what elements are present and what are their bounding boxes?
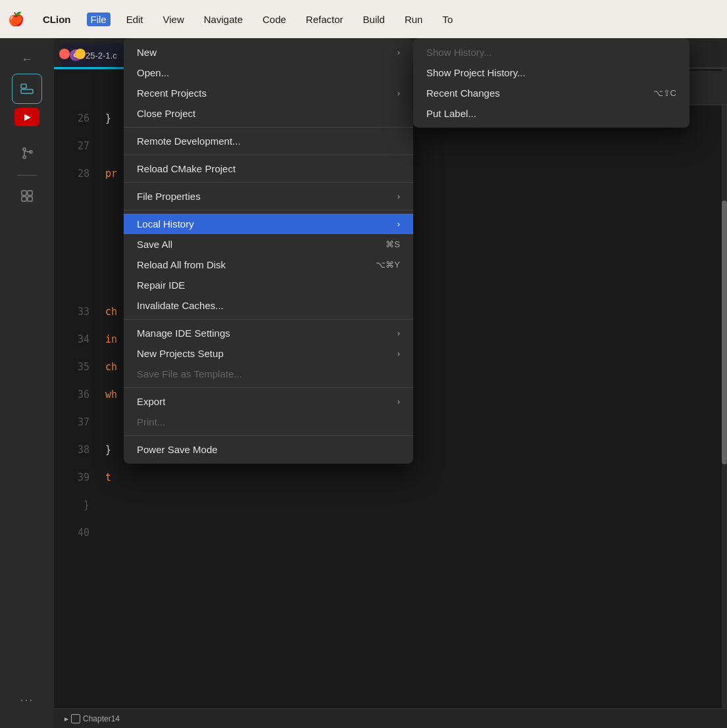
menu-local-history-arrow: ›	[397, 219, 400, 229]
menu-new-label: New	[137, 47, 157, 58]
menu-save-all-label: Save All	[137, 239, 172, 250]
tab-filename: 25-2-1.c	[86, 51, 117, 61]
menu-manage-ide-settings[interactable]: Manage IDE Settings ›	[124, 323, 413, 343]
separator-1	[124, 127, 413, 128]
menubar-view[interactable]: View	[159, 12, 188, 26]
menu-save-file-template-label: Save File as Template...	[137, 368, 242, 379]
menu-export[interactable]: Export ›	[124, 391, 413, 412]
svg-rect-0	[21, 84, 26, 88]
separator-3	[124, 182, 413, 183]
bottom-bar: ▸ Chapter14	[54, 708, 727, 728]
menubar-code[interactable]: Code	[259, 12, 290, 26]
menu-new-projects-setup-label: New Projects Setup	[137, 348, 224, 359]
menu-close-project[interactable]: Close Project	[124, 103, 413, 124]
folder-icon	[71, 714, 80, 723]
minimize-button[interactable]	[75, 49, 86, 59]
svg-rect-9	[28, 197, 32, 201]
separator-7	[124, 435, 413, 436]
menu-remote-development[interactable]: Remote Development...	[124, 131, 413, 151]
local-history-submenu: Show History... Show Project History... …	[413, 38, 689, 128]
menu-export-label: Export	[137, 396, 165, 407]
menu-save-all[interactable]: Save All ⌘S	[124, 234, 413, 255]
submenu-put-label[interactable]: Put Label...	[413, 103, 689, 124]
menu-save-file-template: Save File as Template...	[124, 364, 413, 384]
menu-new[interactable]: New ›	[124, 42, 413, 62]
submenu-show-history: Show History...	[413, 42, 689, 62]
menubar-build[interactable]: Build	[359, 12, 389, 26]
scrollbar-track[interactable]	[722, 69, 727, 728]
menubar-refactor[interactable]: Refactor	[302, 12, 347, 26]
youtube-icon[interactable]: ▶	[14, 108, 39, 126]
apple-menu-icon[interactable]: 🍎	[8, 11, 24, 27]
menu-print: Print...	[124, 412, 413, 432]
separator-5	[124, 319, 413, 320]
menu-power-save-mode[interactable]: Power Save Mode	[124, 439, 413, 460]
menu-recent-projects[interactable]: Recent Projects ›	[124, 83, 413, 103]
menu-local-history-label: Local History	[137, 218, 194, 230]
more-icon[interactable]: ···	[12, 685, 42, 715]
menu-file-properties-label: File Properties	[137, 191, 201, 202]
submenu-put-label-label: Put Label...	[426, 108, 476, 119]
file-menu: New › Open... Recent Projects › Close Pr…	[124, 38, 413, 464]
menu-new-projects-setup-arrow: ›	[397, 349, 400, 358]
separator-2	[124, 155, 413, 155]
menubar-run[interactable]: Run	[401, 12, 427, 26]
folder-label: Chapter14	[83, 714, 120, 723]
menu-local-history[interactable]: Local History ›	[124, 214, 413, 234]
svg-rect-1	[21, 89, 33, 93]
sidebar-divider	[17, 175, 37, 176]
menu-invalidate-caches[interactable]: Invalidate Caches...	[124, 295, 413, 316]
menu-reload-disk-label: Reload All from Disk	[137, 259, 226, 270]
submenu-recent-changes-label: Recent Changes	[426, 87, 500, 99]
submenu-show-project-history[interactable]: Show Project History...	[413, 62, 689, 83]
menu-manage-ide-settings-arrow: ›	[397, 328, 400, 338]
menubar-clion[interactable]: CLion	[39, 12, 75, 26]
menu-export-arrow: ›	[397, 397, 400, 406]
folder-arrow-icon: ▸	[64, 714, 68, 723]
menu-reload-cmake-label: Reload CMake Project	[137, 163, 236, 174]
menu-manage-ide-settings-label: Manage IDE Settings	[137, 328, 230, 339]
close-button[interactable]	[59, 49, 70, 59]
separator-6	[124, 387, 413, 388]
sidebar: ← ▶ ···	[0, 38, 54, 728]
folder-item[interactable]: ▸ Chapter14	[62, 714, 122, 723]
submenu-recent-changes-shortcut: ⌥⇧C	[653, 88, 676, 98]
back-button[interactable]: ←	[14, 47, 40, 71]
separator-4	[124, 210, 413, 210]
project-files-icon[interactable]	[12, 74, 42, 104]
submenu-recent-changes[interactable]: Recent Changes ⌥⇧C	[413, 83, 689, 103]
menubar-navigate[interactable]: Navigate	[200, 12, 247, 26]
menu-file-properties-arrow: ›	[397, 191, 400, 201]
svg-rect-6	[22, 191, 26, 195]
menu-repair-ide-label: Repair IDE	[137, 279, 185, 291]
plugins-icon[interactable]	[12, 181, 42, 211]
svg-rect-8	[22, 197, 26, 201]
submenu-show-project-history-label: Show Project History...	[426, 67, 526, 78]
menu-new-projects-setup[interactable]: New Projects Setup ›	[124, 343, 413, 364]
menu-save-all-shortcut: ⌘S	[386, 239, 400, 249]
svg-point-2	[23, 148, 26, 151]
menubar-file[interactable]: File	[87, 12, 111, 26]
menu-new-arrow: ›	[397, 47, 400, 57]
menu-repair-ide[interactable]: Repair IDE	[124, 275, 413, 295]
git-icon[interactable]	[12, 138, 42, 168]
menu-reload-disk[interactable]: Reload All from Disk ⌥⌘Y	[124, 255, 413, 275]
menu-recent-projects-label: Recent Projects	[137, 87, 207, 99]
menu-reload-disk-shortcut: ⌥⌘Y	[376, 260, 400, 270]
svg-point-3	[23, 156, 26, 158]
window-controls	[59, 49, 86, 59]
menu-print-label: Print...	[137, 416, 165, 427]
menu-reload-cmake[interactable]: Reload CMake Project	[124, 158, 413, 179]
menu-invalidate-caches-label: Invalidate Caches...	[137, 300, 224, 311]
svg-rect-7	[28, 191, 32, 195]
menubar-to[interactable]: To	[438, 12, 457, 26]
menubar-edit[interactable]: Edit	[122, 12, 147, 26]
menubar: 🍎 CLion File Edit View Navigate Code Ref…	[0, 0, 727, 38]
scrollbar-thumb[interactable]	[722, 201, 727, 464]
menu-open-label: Open...	[137, 67, 169, 78]
line-numbers: 26 27 28 33 34 35 36 37 38 39 } 40	[54, 69, 100, 728]
menu-open[interactable]: Open...	[124, 62, 413, 83]
menu-file-properties[interactable]: File Properties ›	[124, 186, 413, 206]
submenu-show-history-label: Show History...	[426, 47, 492, 58]
menu-close-project-label: Close Project	[137, 108, 195, 119]
